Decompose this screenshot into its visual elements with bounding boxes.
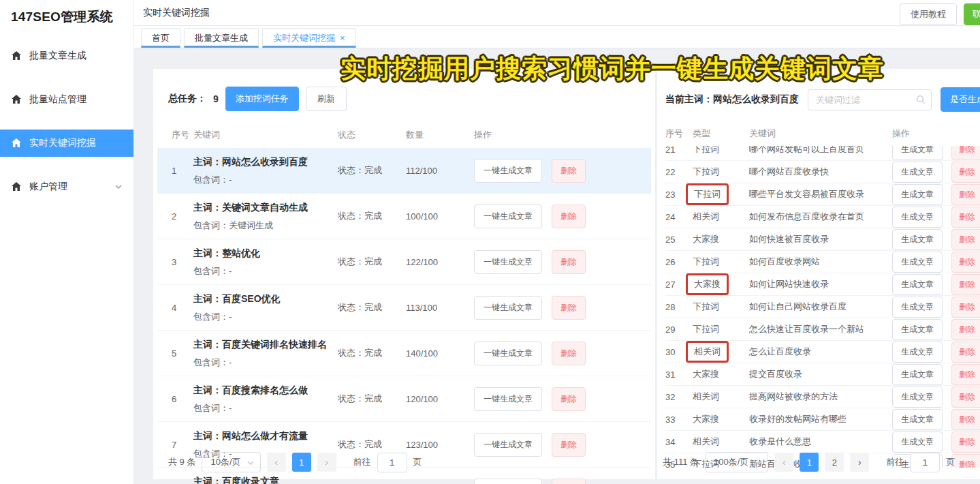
delete-button[interactable]: 删除 [951,146,980,160]
row-index: 2 [172,211,193,222]
generate-article-button[interactable]: 生成文章 [892,184,943,205]
per-page-select[interactable]: 10条/页 [202,452,260,472]
delete-button[interactable]: 删除 [951,252,980,273]
delete-button[interactable]: 删除 [951,274,980,295]
keyword-row: 31 大家搜 提交百度收录 生成文章 删除 [665,363,980,386]
keyword-type: 下拉词 [693,322,749,337]
keyword-filter-input[interactable] [808,89,932,110]
generate-article-button[interactable]: 一键生成文章 [474,342,542,365]
generate-article-button[interactable]: 生成文章 [892,387,943,408]
sidebar-item-3[interactable]: 账户管理 [0,173,133,200]
refresh-button[interactable]: 刷新 [306,87,347,111]
delete-button[interactable]: 删除 [951,364,980,385]
task-main-word: 主词：百度关键词排名快速排名 [193,337,338,352]
keyword-text: 如何快速被百度收录 [749,233,892,245]
generate-article-button[interactable]: 一键生成文章 [474,205,542,228]
row-index: 34 [665,437,693,447]
current-main-word: 当前主词：网站怎么收录到百度 [665,93,799,106]
delete-button[interactable]: 删除 [552,296,586,320]
generate-article-button[interactable]: 一键生成文章 [474,159,542,183]
goto-page-input[interactable] [910,453,940,472]
page-button-2[interactable]: 2 [825,453,844,472]
delete-button[interactable]: 删除 [552,387,586,411]
next-page-button[interactable]: › [317,453,336,472]
generate-article-button[interactable]: 一键生成文章 [474,387,542,411]
generate-article-button[interactable]: 生成文章 [892,207,943,228]
delete-button[interactable]: 删除 [951,409,980,430]
row-index: 22 [665,167,693,177]
row-index: 24 [665,212,693,222]
delete-button[interactable]: 删除 [552,205,586,228]
row-index: 33 [665,414,693,425]
generate-article-button[interactable]: 生成文章 [892,409,943,430]
tab-0[interactable]: 首页 [141,28,180,48]
delete-button[interactable]: 删除 [951,162,980,183]
delete-button[interactable]: 删除 [552,159,586,183]
generate-article-button[interactable]: 生成文章 [892,146,943,160]
chevron-down-icon [247,459,255,467]
home-icon [11,138,22,149]
generate-article-button[interactable]: 生成文章 [892,432,943,453]
task-status: 状态：完成 [338,210,406,222]
total-count: 共 9 条 [168,456,195,468]
row-index: 25 [665,235,693,245]
keyword-type: 相关词 [693,209,749,224]
sidebar-item-0[interactable]: 批量文章生成 [0,42,133,70]
close-tab-icon[interactable]: × [340,33,345,42]
add-task-button[interactable]: 添加挖词任务 [225,87,299,111]
sidebar-item-1[interactable]: 批量站点管理 [0,86,133,113]
delete-button[interactable]: 删除 [552,250,586,274]
generate-article-button[interactable]: 生成文章 [892,319,943,340]
task-status: 状态：完成 [338,301,406,314]
delete-button[interactable]: 删除 [951,432,980,453]
task-include-words: 包含词：- [193,402,338,414]
delete-button[interactable]: 删除 [951,454,980,468]
generate-article-button[interactable]: 生成文章 [892,162,943,183]
task-count: 122/100 [406,257,474,267]
generate-article-button[interactable]: 一键生成文章 [474,479,542,484]
task-status: 状态：完成 [338,164,406,177]
delete-button[interactable]: 删除 [951,319,980,340]
next-page-button[interactable]: › [850,453,869,472]
generate-all-button[interactable]: 是否生成全部 [941,87,980,112]
delete-button[interactable]: 删除 [951,342,980,363]
page-button-1[interactable]: 1 [292,453,311,472]
generate-article-button[interactable]: 一键生成文章 [474,250,542,274]
delete-button[interactable]: 删除 [552,479,586,484]
generate-article-button[interactable]: 生成文章 [892,274,943,295]
delete-button[interactable]: 删除 [951,229,980,250]
generate-article-button[interactable]: 生成文章 [892,252,943,273]
tutorial-button[interactable]: 使用教程 [900,3,957,25]
generate-article-button[interactable]: 生成文章 [892,364,943,385]
delete-button[interactable]: 删除 [552,433,586,457]
task-main-word: 主词：百度SEO优化 [193,292,338,306]
delete-button[interactable]: 删除 [552,342,586,365]
keyword-text: 收录好的发帖网站有哪些 [749,413,892,425]
per-page-select[interactable]: 100条/页 [705,452,768,472]
generate-article-button[interactable]: 一键生成文章 [474,433,542,457]
prev-page-button[interactable]: ‹ [267,453,286,472]
col-index: 序号 [665,127,693,140]
sidebar-item-2[interactable]: 实时关键词挖掘 [0,130,133,157]
task-count: 120/100 [406,394,474,404]
generate-article-button[interactable]: 生成文章 [892,342,943,363]
row-index: 5 [172,348,193,359]
keyword-type: 下拉词 [693,164,749,179]
delete-button[interactable]: 删除 [951,184,980,205]
tab-1[interactable]: 批量文章生成 [184,28,259,48]
generate-article-button[interactable]: 一键生成文章 [474,296,542,320]
keyword-text: 如何百度收录网站 [749,256,892,268]
generate-article-button[interactable]: 生成文章 [892,297,943,318]
col-ops: 操作 [892,127,980,140]
page-button-1[interactable]: 1 [800,453,819,472]
goto-page-input[interactable] [377,453,407,472]
keyword-row: 32 相关词 提高网站被收录的方法 生成文章 删除 [665,386,980,408]
tab-2[interactable]: 实时关键词挖掘× [262,28,356,48]
delete-button[interactable]: 删除 [951,207,980,228]
keyword-row: 24 相关词 如何发布信息百度收录在首页 生成文章 删除 [665,206,980,228]
delete-button[interactable]: 删除 [951,387,980,408]
delete-button[interactable]: 删除 [951,297,980,318]
generate-article-button[interactable]: 生成文章 [892,229,943,250]
prev-page-button[interactable]: ‹ [774,453,793,472]
contact-button[interactable]: 联系客服 [964,3,980,25]
